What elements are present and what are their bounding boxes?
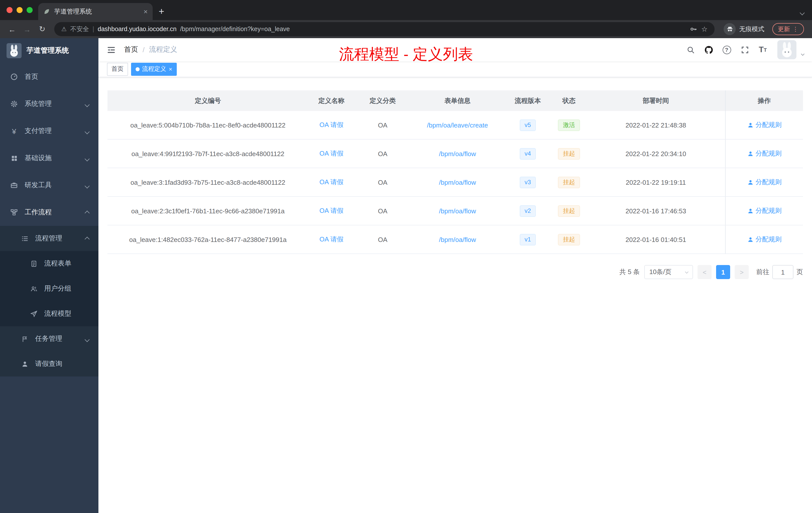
back-icon[interactable]: ← bbox=[5, 22, 19, 36]
github-icon[interactable] bbox=[701, 42, 716, 58]
sidebar-item-devtools[interactable]: 研发工具 bbox=[0, 172, 98, 199]
chevron-up-icon bbox=[85, 209, 89, 216]
status-badge: 激活 bbox=[558, 119, 580, 131]
sidebar-logo[interactable]: 芋道管理系统 bbox=[0, 38, 98, 63]
cell-deploy-time: 2022-01-22 19:19:11 bbox=[586, 178, 725, 186]
main-area: 首页 / 流程定义 ? bbox=[98, 38, 812, 513]
tag-home[interactable]: 首页 bbox=[107, 62, 128, 76]
content-area: 定义编号 定义名称 定义分类 表单信息 流程版本 状态 部署时间 操作 oa_l… bbox=[98, 77, 812, 279]
col-status: 状态 bbox=[551, 96, 586, 105]
browser-window: 芋道管理系统 × + ← → ↻ ⚠ 不安全 | dashboard.yudao… bbox=[0, 0, 812, 513]
col-definition-name: 定义名称 bbox=[308, 96, 354, 105]
assign-rule-button[interactable]: 分配规则 bbox=[747, 120, 782, 129]
sidebar-item-home[interactable]: 首页 bbox=[0, 63, 98, 90]
cell-deploy-time: 2022-01-22 20:34:10 bbox=[586, 150, 725, 157]
sidebar-item-process-model[interactable]: 流程模型 bbox=[0, 301, 98, 326]
url-domain: dashboard.yudao.iocoder.cn bbox=[98, 26, 176, 33]
sidebar-item-payment[interactable]: ¥ 支付管理 bbox=[0, 117, 98, 145]
status-badge: 挂起 bbox=[558, 205, 580, 217]
incognito-badge: 无痕模式 bbox=[720, 23, 768, 35]
form-info-link[interactable]: /bpm/oa/leave/create bbox=[427, 121, 488, 129]
goto-label: 前往 bbox=[756, 268, 769, 277]
sidebar-item-workflow[interactable]: 工作流程 bbox=[0, 199, 98, 226]
current-page-button[interactable]: 1 bbox=[716, 265, 730, 279]
cell-definition-id: oa_leave:3:1fad3d93-7b75-11ec-a3c8-acde4… bbox=[108, 178, 308, 186]
browser-tab-strip: 芋道管理系统 × + bbox=[0, 0, 812, 20]
sidebar-toggle-icon[interactable] bbox=[107, 45, 116, 55]
person-icon bbox=[20, 360, 29, 368]
breadcrumb-current: 流程定义 bbox=[149, 45, 177, 54]
definition-name-link[interactable]: OA 请假 bbox=[319, 178, 343, 186]
breadcrumb-home[interactable]: 首页 bbox=[124, 45, 138, 54]
gear-icon bbox=[9, 100, 19, 108]
sidebar-item-system[interactable]: 系统管理 bbox=[0, 90, 98, 117]
form-info-link[interactable]: /bpm/oa/flow bbox=[439, 207, 476, 215]
assign-rule-button[interactable]: 分配规则 bbox=[747, 149, 782, 158]
process-management-submenu: 流程表单 用户分组 流程模型 bbox=[0, 251, 98, 326]
pagination-total: 共 5 条 bbox=[619, 268, 640, 277]
window-controls bbox=[6, 7, 33, 13]
update-button[interactable]: 更新 ⋮ bbox=[772, 23, 804, 35]
sidebar-item-user-group[interactable]: 用户分组 bbox=[0, 276, 98, 301]
version-badge: v1 bbox=[520, 234, 536, 245]
sidebar-item-task-management[interactable]: 任务管理 bbox=[0, 326, 98, 351]
sidebar-item-infrastructure[interactable]: 基础设施 bbox=[0, 145, 98, 172]
goto-page-input[interactable] bbox=[772, 265, 793, 279]
url-divider: | bbox=[93, 26, 94, 33]
minimize-window-button[interactable] bbox=[17, 7, 23, 13]
status-badge: 挂起 bbox=[558, 148, 580, 159]
more-menu-icon[interactable]: ⋮ bbox=[792, 26, 799, 33]
definition-name-link[interactable]: OA 请假 bbox=[319, 121, 343, 128]
version-badge: v5 bbox=[520, 119, 536, 131]
table-row: oa_leave:3:1fad3d93-7b75-11ec-a3c8-acde4… bbox=[108, 168, 803, 197]
tag-process-definition[interactable]: 流程定义 × bbox=[131, 62, 177, 76]
definition-name-link[interactable]: OA 请假 bbox=[319, 207, 343, 214]
password-key-icon[interactable] bbox=[690, 25, 698, 33]
browser-tab[interactable]: 芋道管理系统 × bbox=[38, 3, 153, 20]
new-tab-button[interactable]: + bbox=[159, 6, 164, 17]
cell-deploy-time: 2022-01-16 17:46:53 bbox=[586, 207, 725, 215]
cell-category: OA bbox=[354, 207, 411, 215]
assign-rule-button[interactable]: 分配规则 bbox=[747, 235, 782, 244]
reload-icon[interactable]: ↻ bbox=[35, 22, 49, 36]
font-size-icon[interactable]: TT bbox=[755, 42, 770, 58]
fullscreen-icon[interactable] bbox=[737, 42, 752, 58]
help-icon[interactable]: ? bbox=[719, 42, 734, 58]
tag-close-icon[interactable]: × bbox=[169, 66, 172, 72]
table-row: oa_leave:2:3c1f0ef1-76b1-11ec-9c66-a2380… bbox=[108, 197, 803, 225]
assign-rule-button[interactable]: 分配规则 bbox=[747, 178, 782, 187]
maximize-window-button[interactable] bbox=[27, 7, 33, 13]
user-icon bbox=[747, 122, 754, 128]
sidebar-item-process-form[interactable]: 流程表单 bbox=[0, 251, 98, 276]
sidebar-item-leave-query[interactable]: 请假查询 bbox=[0, 351, 98, 376]
tab-search-icon[interactable] bbox=[801, 7, 804, 17]
form-info-link[interactable]: /bpm/oa/flow bbox=[439, 178, 476, 186]
active-tag-dot bbox=[136, 67, 140, 71]
next-page-button[interactable]: > bbox=[735, 265, 749, 279]
table-row: oa_leave:4:991f2193-7b7f-11ec-a3c8-acde4… bbox=[108, 140, 803, 168]
dashboard-icon bbox=[9, 73, 19, 81]
version-badge: v2 bbox=[520, 205, 536, 217]
address-bar[interactable]: ⚠ 不安全 | dashboard.yudao.iocoder.cn /bpm/… bbox=[54, 22, 715, 36]
form-info-link[interactable]: /bpm/oa/flow bbox=[439, 236, 476, 243]
avatar[interactable] bbox=[777, 40, 796, 59]
definition-name-link[interactable]: OA 请假 bbox=[319, 235, 343, 243]
incognito-icon bbox=[724, 23, 736, 35]
assign-rule-button[interactable]: 分配规则 bbox=[747, 206, 782, 215]
pagination: 共 5 条 10条/页 < 1 > 前往 页 bbox=[108, 265, 803, 279]
logo-avatar bbox=[6, 43, 22, 58]
prev-page-button[interactable]: < bbox=[697, 265, 712, 279]
forward-icon[interactable]: → bbox=[20, 22, 34, 36]
bookmark-star-icon[interactable]: ☆ bbox=[701, 25, 707, 33]
list-icon bbox=[20, 235, 29, 242]
avatar-dropdown-caret-icon[interactable] bbox=[802, 48, 804, 57]
tab-close-icon[interactable]: × bbox=[144, 7, 148, 16]
close-window-button[interactable] bbox=[6, 7, 12, 13]
search-icon[interactable] bbox=[683, 42, 698, 58]
page-size-select[interactable]: 10条/页 bbox=[644, 265, 693, 279]
definition-name-link[interactable]: OA 请假 bbox=[319, 150, 343, 157]
user-icon bbox=[747, 208, 754, 214]
sidebar-item-process-management[interactable]: 流程管理 bbox=[0, 226, 98, 251]
form-info-link[interactable]: /bpm/oa/flow bbox=[439, 150, 476, 157]
table-header-row: 定义编号 定义名称 定义分类 表单信息 流程版本 状态 部署时间 操作 bbox=[108, 90, 803, 111]
